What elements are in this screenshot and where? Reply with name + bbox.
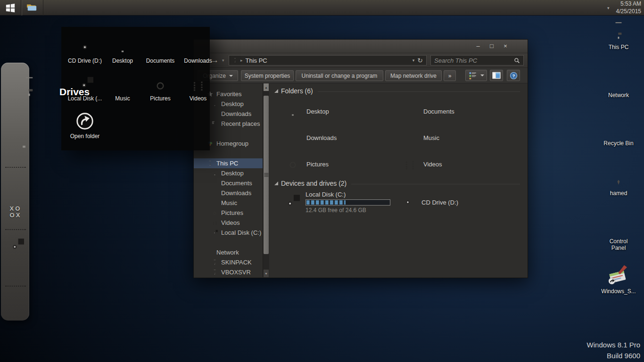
breadcrumb-arrow-icon[interactable]: ▸ (240, 58, 243, 63)
tile-label: Desktop (306, 108, 329, 115)
dock-item-control-panel[interactable] (9, 183, 22, 196)
dock-item-recycle-bin[interactable] (8, 293, 24, 309)
refresh-icon[interactable]: ↻ (417, 57, 423, 64)
nav-item-skinpack[interactable]: SKINPACK (194, 257, 263, 267)
change-view-button[interactable] (465, 70, 487, 81)
search-icon[interactable] (514, 58, 520, 64)
folder-tile-documents[interactable]: Documents (403, 103, 518, 119)
address-bar[interactable]: ▸ This PC ▾ ↻ (229, 55, 427, 66)
nav-item-local-disk[interactable]: Local Disk (C:) (194, 228, 263, 238)
uninstall-button[interactable]: Uninstall or change a program (296, 70, 383, 81)
dock-divider (5, 229, 26, 230)
address-dropdown-icon[interactable]: ▾ (413, 58, 415, 63)
nav-label: Music (221, 199, 237, 206)
recent-locations-chevron-icon[interactable]: ▾ (222, 58, 224, 63)
drive-name: Local Disk (C:) (305, 191, 390, 198)
nav-item-videos[interactable]: Videos (194, 218, 263, 228)
nav-label: This PC (216, 160, 238, 167)
flyout-item-videos[interactable]: Videos (179, 75, 217, 102)
disc-icon (401, 195, 415, 209)
desktop-icon-hamed[interactable]: hamed (600, 172, 637, 197)
chevron-down-icon (229, 75, 233, 77)
flyout-item-music[interactable]: Music (104, 75, 141, 102)
dock-item-desktop[interactable] (13, 130, 35, 152)
flyout-item-desktop[interactable]: Desktop (104, 37, 141, 64)
nav-label: Recent places (221, 120, 260, 127)
tile-label: Downloads (306, 134, 337, 141)
dock-hover-title: Drives (59, 86, 90, 98)
desktop-icon-this-pc[interactable]: This PC (600, 20, 637, 50)
scrollbar-thumb[interactable] (264, 96, 269, 254)
folder-tile-pictures[interactable]: Pictures (286, 156, 401, 172)
desktop-icon-recycle-bin[interactable]: Recycle Bin (600, 121, 637, 147)
group-header-folders[interactable]: Folders (6) (274, 87, 520, 95)
tray-chevron-icon[interactable]: ▾ (605, 6, 611, 10)
flyout-label: Desktop (104, 58, 141, 64)
window-titlebar[interactable]: – □ × (194, 40, 528, 53)
map-network-drive-button[interactable]: Map network drive (385, 70, 442, 81)
folder-tile-videos[interactable]: Videos (403, 156, 518, 172)
music-note-icon (212, 200, 218, 206)
breadcrumb-location[interactable]: This PC (246, 57, 267, 64)
flyout-item-pictures[interactable]: Pictures (141, 75, 179, 102)
flyout-label: Downloads (179, 58, 217, 64)
maximize-button[interactable]: □ (488, 43, 495, 49)
nav-item-pictures[interactable]: Pictures (194, 208, 263, 218)
flyout-item-documents[interactable]: Documents (141, 37, 179, 64)
group-header-line (351, 184, 520, 184)
dock-item-local-disk[interactable] (7, 238, 24, 255)
desktop-icon-label: Control Panel (606, 238, 631, 251)
scroll-down-button[interactable]: ▼ (264, 270, 269, 277)
navigation-scrollbar[interactable]: ▲ ▼ (263, 83, 269, 277)
film-icon (403, 157, 417, 171)
desktop-icon-network[interactable]: Network (600, 72, 637, 99)
scroll-up-button[interactable]: ▲ (264, 83, 269, 91)
folder-tile-music[interactable]: Music (403, 130, 518, 146)
folder-tile-downloads[interactable]: Downloads (286, 130, 401, 146)
dock-item-this-pc[interactable] (17, 74, 41, 99)
navigation-bar: ← → ▾ ▸ This PC ▾ ↻ (194, 53, 528, 68)
version-line2: Build 9600 (587, 350, 640, 361)
nav-item-this-pc[interactable]: This PC (194, 158, 263, 168)
drive-tile-cd[interactable]: CD Drive (D:) (401, 195, 504, 210)
group-header-devices[interactable]: Devices and drives (2) (274, 180, 520, 187)
chevron-down-icon (190, 39, 206, 55)
desktop-icon-label: hamed (610, 190, 627, 197)
system-properties-button[interactable]: System properties (241, 70, 294, 81)
nav-item-downloads[interactable]: Downloads (194, 188, 263, 198)
desktop-icon-control-panel[interactable]: Control Panel (600, 219, 637, 251)
flyout-label: Videos (179, 95, 217, 102)
flyout-item-downloads[interactable]: Downloads (179, 37, 217, 64)
desktop-icon-label: Network (608, 92, 629, 99)
dock: XO OX (1, 63, 29, 321)
drive-tile-local-disk[interactable]: Local Disk (C:) 12.4 GB free of 24.6 GB (282, 191, 400, 214)
drive-info: Local Disk (C:) 12.4 GB free of 24.6 GB (305, 191, 390, 214)
nav-item-desktop[interactable]: Desktop (194, 168, 263, 178)
taskbar-clock[interactable]: 5:53 AM 4/25/2015 (616, 0, 641, 15)
preview-pane-button[interactable] (490, 70, 503, 81)
folder-tile-desktop[interactable]: Desktop (286, 103, 401, 119)
help-button[interactable] (507, 70, 520, 81)
minimize-button[interactable]: – (475, 43, 481, 49)
flyout-item-cd-drive[interactable]: CD Drive (D:) (66, 37, 104, 64)
nav-item-documents[interactable]: Documents (194, 178, 263, 188)
start-button[interactable] (0, 0, 21, 16)
taskbar: ▾ 5:53 AM 4/25/2015 (0, 0, 644, 16)
nav-item-network[interactable]: Network (194, 247, 263, 257)
content-pane: Folders (6) Desktop Documents Downloads … (271, 83, 525, 276)
more-commands-button[interactable]: » (444, 70, 456, 81)
search-input[interactable] (434, 57, 511, 64)
nav-item-music[interactable]: Music (194, 198, 263, 208)
nav-label: Videos (221, 219, 240, 226)
flyout-item-open-folder[interactable]: Open folder (66, 113, 104, 140)
window-controls: – □ × (475, 43, 509, 49)
dock-item-folder[interactable] (8, 263, 23, 278)
disc-icon (77, 39, 93, 55)
taskbar-file-explorer-button[interactable] (22, 0, 43, 16)
desktop-icon-windows-skinpack[interactable]: Windows_S... (600, 263, 637, 295)
camera-icon (286, 157, 300, 171)
xo-icon: XO (8, 206, 23, 212)
close-button[interactable]: × (502, 43, 509, 49)
dock-item-game[interactable]: XO OX (8, 206, 23, 219)
nav-item-vboxsvr[interactable]: VBOXSVR (194, 267, 263, 277)
